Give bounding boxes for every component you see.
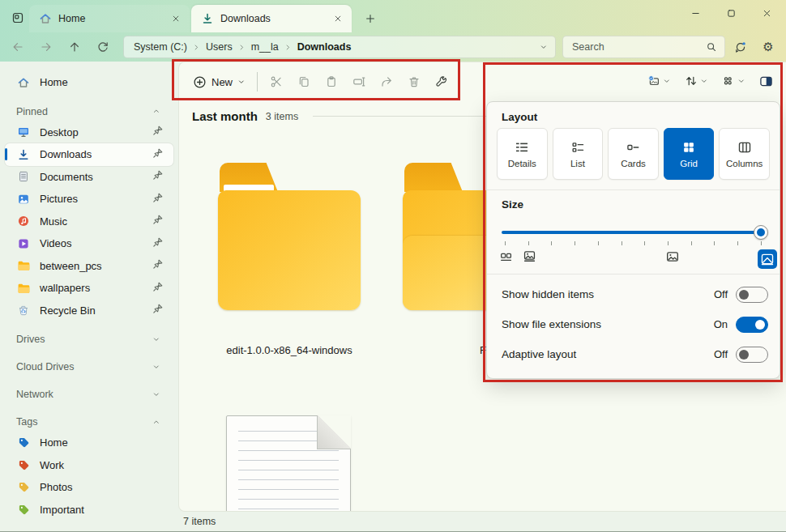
breadcrumb-segment[interactable]: Downloads — [297, 41, 352, 53]
sidebar-item-photos[interactable]: Photos — [5, 476, 173, 499]
slider-tick — [575, 241, 575, 245]
share-button[interactable] — [374, 69, 399, 95]
preview-pane-button[interactable] — [757, 73, 775, 90]
copy-button[interactable] — [291, 69, 317, 95]
slider-tick — [691, 241, 692, 245]
download-tab-icon — [201, 12, 214, 25]
refresh-button[interactable] — [93, 37, 113, 57]
layout-option-cards[interactable]: Cards — [608, 128, 659, 180]
file-explorer-window: Home Downloads System (C:)Usersm__laDown… — [0, 0, 786, 532]
preview-pane-icon — [759, 74, 773, 88]
paste-icon — [325, 75, 338, 88]
sidebar-item-work[interactable]: Work — [5, 454, 173, 477]
pin-icon[interactable] — [152, 258, 164, 273]
layout-option-grid[interactable]: Grid — [664, 128, 715, 180]
pin-icon[interactable] — [152, 169, 164, 184]
sidebar-item-home[interactable]: Home — [5, 71, 173, 94]
select-button[interactable] — [645, 73, 674, 89]
address-bar[interactable]: System (C:)Usersm__laDownloads — [123, 36, 556, 58]
sidebar-item-important[interactable]: Important — [5, 499, 173, 521]
sidebar-item-videos[interactable]: Videos — [5, 232, 173, 255]
size-large-button[interactable] — [665, 249, 680, 264]
paste-button[interactable] — [318, 69, 344, 95]
layout-option-columns[interactable]: Columns — [719, 128, 770, 180]
breadcrumb-segment[interactable]: Users — [206, 41, 233, 53]
sort-button[interactable] — [682, 73, 711, 89]
search-box[interactable] — [562, 36, 725, 58]
group-title: Last month — [192, 109, 258, 123]
new-tab-button[interactable] — [361, 10, 379, 28]
assistant-button[interactable] — [731, 37, 750, 57]
size-xl-button[interactable] — [758, 249, 777, 269]
sidebar-section-network[interactable]: Network — [5, 385, 173, 404]
layout-option-list[interactable]: List — [553, 128, 604, 180]
tab-downloads[interactable]: Downloads — [191, 5, 352, 32]
forward-button[interactable] — [36, 37, 56, 57]
sidebar-item-pictures[interactable]: Pictures — [5, 188, 173, 211]
toggle-switch-adaptive-layout[interactable] — [736, 347, 768, 363]
breadcrumb-segment[interactable]: System (C:) — [134, 41, 187, 53]
sidebar-item-recycle-bin[interactable]: Recycle Bin — [5, 300, 173, 322]
search-input[interactable] — [572, 41, 706, 53]
rename-button[interactable] — [346, 69, 372, 95]
size-medium-button[interactable] — [523, 249, 536, 263]
pin-icon[interactable] — [152, 147, 164, 162]
sidebar-item-wallpapers[interactable]: wallpapers — [5, 277, 173, 300]
file-name-label[interactable]: edit-1.0.0-x86_64-windows — [179, 344, 399, 356]
slider-thumb[interactable] — [754, 225, 768, 240]
chevron-down-icon — [149, 335, 164, 344]
chevron-up-icon — [149, 418, 164, 427]
view-button[interactable] — [720, 73, 749, 89]
tag-icon — [16, 459, 31, 471]
sidebar-item-between-pcs[interactable]: between_pcs — [5, 255, 173, 278]
breadcrumb: System (C:)Usersm__laDownloads — [134, 41, 540, 53]
pin-icon[interactable] — [152, 192, 164, 206]
size-small-button[interactable] — [500, 249, 514, 263]
address-dropdown-chevron[interactable] — [540, 43, 549, 52]
toggle-row-show-hidden-items: Show hidden items Off — [502, 279, 768, 309]
tab-close-button[interactable] — [169, 11, 183, 26]
sidebar-section-drives[interactable]: Drives — [5, 330, 173, 349]
pin-icon[interactable] — [152, 236, 164, 251]
size-slider[interactable] — [502, 225, 765, 240]
slider-ticks — [505, 241, 762, 246]
chevron-right-icon — [238, 44, 246, 51]
pin-icon[interactable] — [152, 303, 164, 317]
window-close-button[interactable] — [749, 0, 784, 26]
sidebar-item-music[interactable]: Music — [5, 211, 173, 233]
breadcrumb-segment[interactable]: m__la — [251, 41, 279, 53]
pin-icon[interactable] — [152, 125, 164, 139]
cut-button[interactable] — [263, 69, 289, 95]
select-icon — [647, 74, 660, 87]
sidebar-item-desktop[interactable]: Desktop — [5, 121, 173, 144]
pin-icon[interactable] — [152, 281, 164, 296]
sidebar-item-downloads[interactable]: Downloads — [5, 143, 173, 166]
maximize-button[interactable] — [713, 0, 749, 26]
tag-icon — [16, 481, 31, 493]
delete-button[interactable] — [401, 69, 427, 95]
sidebar-section-tags[interactable]: Tags — [5, 412, 173, 432]
pin-icon[interactable] — [152, 214, 164, 228]
folder-icon — [16, 259, 31, 272]
back-button[interactable] — [8, 37, 28, 57]
sidebar-item-documents[interactable]: Documents — [5, 166, 173, 189]
sidebar-section-cloud-drives[interactable]: Cloud Drives — [5, 357, 173, 377]
plus-icon — [365, 13, 376, 24]
toggle-switch-show-file-extensions[interactable] — [736, 317, 768, 333]
settings-gear-button[interactable]: ⚙ — [758, 37, 778, 57]
layout-option-details[interactable]: Details — [497, 128, 548, 180]
tab-home[interactable]: Home — [29, 5, 190, 32]
minimize-button[interactable] — [677, 0, 713, 26]
tab-layout-button[interactable] — [7, 7, 28, 28]
toggle-switch-show-hidden-items[interactable] — [736, 287, 768, 303]
sidebar-item-home[interactable]: Home — [5, 432, 173, 454]
properties-button[interactable] — [429, 69, 455, 95]
layout-section-label: Layout — [502, 111, 537, 123]
tab-close-button[interactable] — [331, 11, 345, 26]
sidebar-section-pinned[interactable]: Pinned — [5, 102, 173, 121]
new-button[interactable]: New — [186, 68, 254, 96]
downloads-icon — [16, 148, 31, 161]
file-document[interactable] — [226, 415, 351, 512]
up-button[interactable] — [65, 37, 84, 57]
file-folder-edit[interactable] — [218, 163, 361, 310]
